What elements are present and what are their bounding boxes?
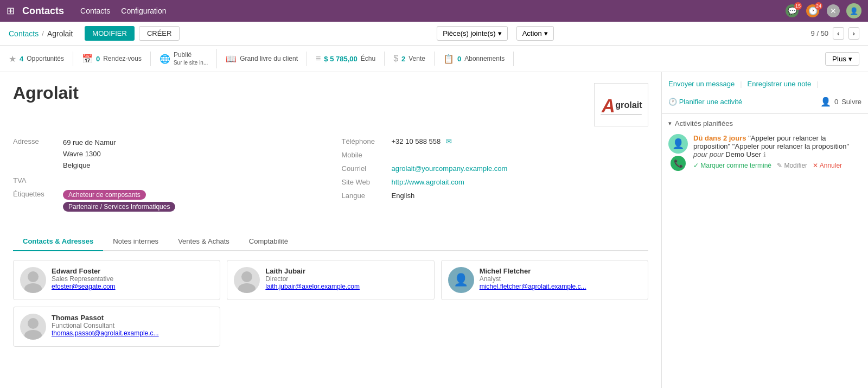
creer-button[interactable]: CRÉER (139, 26, 180, 41)
app-title: Contacts (22, 5, 64, 17)
plus-button[interactable]: Plus ▾ (825, 52, 859, 66)
log-note-button[interactable]: Enregistrer une note (748, 78, 812, 90)
contact-header: Agrolait A grolait (13, 83, 648, 126)
tab-notes-internes[interactable]: Notes internes (103, 232, 168, 251)
messages-icon[interactable]: 💬 15 (784, 3, 800, 18)
clipboard-icon: 📋 (443, 54, 454, 64)
left-panel: Agrolait A grolait Adresse 69 rue de Nam… (0, 72, 662, 388)
user-avatar[interactable]: 👤 (846, 3, 861, 18)
person-icon: 👤 (820, 97, 831, 107)
action-button[interactable]: Action ▾ (516, 26, 554, 41)
activities-section: ▾ Activités planifiées 👤 📞 Dû dans 2 jou… (662, 114, 868, 176)
pieces-jointes-label: Pièce(s) jointe(s) (443, 29, 496, 37)
card-email-2[interactable]: michel.fletcher@agrolait.example.c... (480, 283, 586, 290)
activities-header[interactable]: ▾ Activités planifiées (668, 119, 861, 128)
nav-links: Contacts Configuration (80, 7, 784, 15)
activities-icon[interactable]: 🕐 24 (805, 3, 820, 18)
tva-label: TVA (13, 176, 56, 185)
avatar-michel: 👤 (448, 267, 474, 293)
pieces-jointes-button[interactable]: Pièce(s) jointe(s) ▾ (437, 26, 508, 41)
book-icon: 📖 (226, 54, 237, 64)
tag-partenaire[interactable]: Partenaire / Services Informatiques (63, 202, 175, 212)
follower-count: 0 (834, 98, 838, 106)
nav-contacts[interactable]: Contacts (80, 7, 110, 15)
card-email-1[interactable]: laith.jubair@axelor.example.com (265, 283, 360, 290)
modifier-button[interactable]: MODIFIER (85, 26, 135, 41)
svg-text:A: A (601, 96, 615, 116)
activity-body: Dû dans 2 jours "Appeler pour relancer l… (693, 134, 861, 169)
avatar-edward (20, 267, 46, 293)
stat-opportunites[interactable]: ★ 4 Opportunités (9, 52, 73, 66)
stat-publie[interactable]: 🌐 PubliéSur le site in... (151, 49, 217, 68)
card-info-michel: Michel Fletcher Analyst michel.fletcher@… (480, 267, 586, 290)
action-label: Action (522, 29, 542, 37)
breadcrumb-bar: Contacts / Agrolait MODIFIER CRÉER Pièce… (0, 22, 868, 46)
address-value: 69 rue de Namur Wavre 1300 Belgique (63, 137, 116, 171)
abonnements-label: Abonnements (464, 55, 505, 62)
contact-card-2[interactable]: 👤 Michel Fletcher Analyst michel.fletche… (441, 260, 648, 300)
contact-logo: A grolait (594, 83, 648, 126)
schedule-activity-button[interactable]: 🕐 Planifier une activité (668, 96, 742, 108)
stats-bar: ★ 4 Opportunités 📅 0 Rendez-vous 🌐 Publi… (0, 46, 868, 72)
abonnements-count: 0 (457, 55, 461, 63)
activity-item: 👤 📞 Dû dans 2 jours "Appeler pour relanc… (668, 134, 861, 171)
email-icon[interactable]: ✉ (446, 137, 452, 145)
follow-button[interactable]: Suivre (841, 98, 861, 106)
card-name-0: Edward Foster (52, 267, 116, 275)
card-role-2: Analyst (480, 275, 586, 283)
contact-card-3[interactable]: Thomas Passot Functional Consultant thom… (13, 307, 220, 347)
avatar-thomas (20, 314, 46, 340)
card-name-2: Michel Fletcher (480, 267, 586, 275)
prev-button[interactable]: ‹ (833, 27, 844, 40)
schedule-icon: 🕐 (668, 98, 679, 106)
dollar-icon: $ (393, 54, 398, 63)
address-line3: Belgique (63, 161, 91, 169)
stat-grandlivre[interactable]: 📖 Grand livre du client (217, 52, 307, 66)
mobile-row: Mobile (342, 151, 649, 159)
main-layout: Agrolait A grolait Adresse 69 rue de Nam… (0, 72, 868, 388)
telephone-label: Téléphone (342, 137, 385, 145)
next-button[interactable]: › (848, 27, 859, 40)
activity-title-text: "Appeler pour relancer la proposition" (732, 142, 849, 150)
langue-label: Langue (342, 192, 385, 200)
nav-configuration[interactable]: Configuration (121, 7, 166, 15)
card-email-3[interactable]: thomas.passot@agrolait.example.c... (52, 329, 159, 337)
right-panel: Envoyer un message | Enregistrer une not… (662, 72, 868, 388)
top-navigation: ⊞ Contacts Contacts Configuration 💬 15 🕐… (0, 0, 868, 22)
tab-contacts-adresses[interactable]: Contacts & Adresses (13, 232, 103, 251)
contact-card-1[interactable]: Laith Jubair Director laith.jubair@axelo… (227, 260, 434, 300)
siteweb-row: Site Web http://www.agrolait.com (342, 178, 649, 186)
stat-abonnements[interactable]: 📋 0 Abonnements (435, 52, 514, 66)
stat-echu[interactable]: ≡ $ 5 785,00 Échu (307, 52, 385, 66)
stat-vente[interactable]: $ 2 Vente (385, 52, 435, 66)
activity-text: Dû dans 2 jours "Appeler pour relancer l… (693, 134, 861, 158)
grid-icon[interactable]: ⊞ (7, 5, 15, 17)
siteweb-label: Site Web (342, 178, 385, 186)
card-role-1: Director (265, 275, 360, 283)
tag-acheteur[interactable]: Acheteur de composants (63, 190, 146, 200)
rendezvous-label: Rendez-vous (103, 55, 142, 62)
close-icon[interactable]: ✕ (826, 3, 841, 18)
calendar-icon: 📅 (82, 54, 93, 64)
stat-rendezvous[interactable]: 📅 0 Rendez-vous (73, 52, 151, 66)
tab-comptabilite[interactable]: Comptabilité (239, 232, 298, 251)
svg-text:grolait: grolait (615, 100, 642, 110)
send-message-button[interactable]: Envoyer un message (668, 78, 735, 90)
breadcrumb-current: Agrolait (47, 29, 73, 38)
cancel-activity-button[interactable]: ✕ Annuler (813, 162, 842, 169)
activity-for: pour (693, 150, 707, 158)
tags-container: Acheteur de composants Partenaire / Serv… (63, 190, 177, 214)
tab-ventes-achats[interactable]: Ventes & Achats (168, 232, 239, 251)
left-info-col: Adresse 69 rue de Namur Wavre 1300 Belgi… (13, 137, 320, 219)
address-line2: Wavre 1300 (63, 150, 101, 158)
card-email-0[interactable]: efoster@seagate.com (52, 283, 116, 290)
mobile-label: Mobile (342, 151, 385, 159)
svg-point-6 (238, 283, 256, 293)
contact-card-0[interactable]: Edward Foster Sales Representative efost… (13, 260, 220, 300)
tabs-bar: Contacts & Adresses Notes internes Vente… (13, 232, 648, 251)
mark-done-button[interactable]: ✓ Marquer comme terminé (693, 162, 771, 169)
info-icon[interactable]: ℹ (763, 151, 766, 158)
breadcrumb-parent[interactable]: Contacts (9, 29, 39, 38)
edit-activity-button[interactable]: ✎ Modifier (777, 162, 807, 169)
breadcrumb-actions: MODIFIER CRÉER (85, 26, 180, 41)
